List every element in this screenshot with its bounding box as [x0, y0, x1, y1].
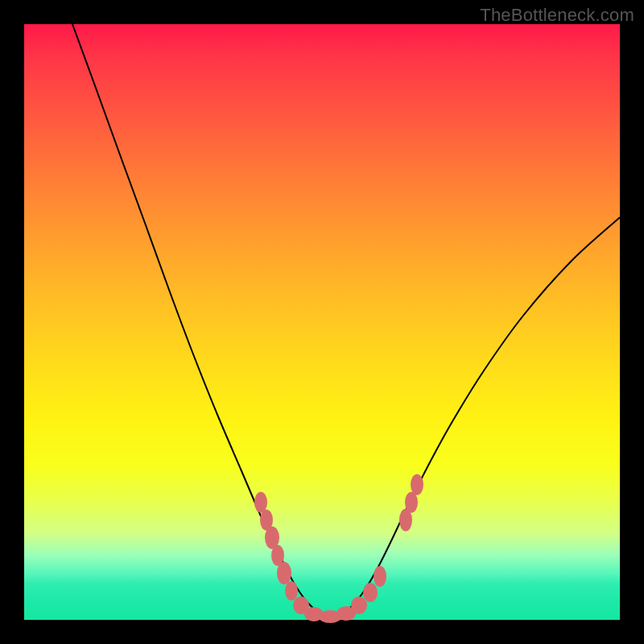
- chart-frame: TheBottleneck.com: [0, 0, 644, 644]
- marker-cluster: [254, 474, 423, 623]
- curve-marker: [374, 566, 386, 587]
- bottleneck-curve: [72, 24, 620, 617]
- curve-marker: [363, 583, 378, 602]
- plot-area: [24, 24, 620, 620]
- curve-marker: [411, 474, 423, 495]
- curve-layer: [24, 24, 620, 620]
- curve-marker: [254, 492, 267, 513]
- curve-marker: [277, 562, 291, 584]
- watermark-text: TheBottleneck.com: [480, 5, 634, 26]
- curve-marker: [405, 492, 418, 513]
- curve-marker: [285, 581, 298, 601]
- curve-marker: [351, 597, 367, 614]
